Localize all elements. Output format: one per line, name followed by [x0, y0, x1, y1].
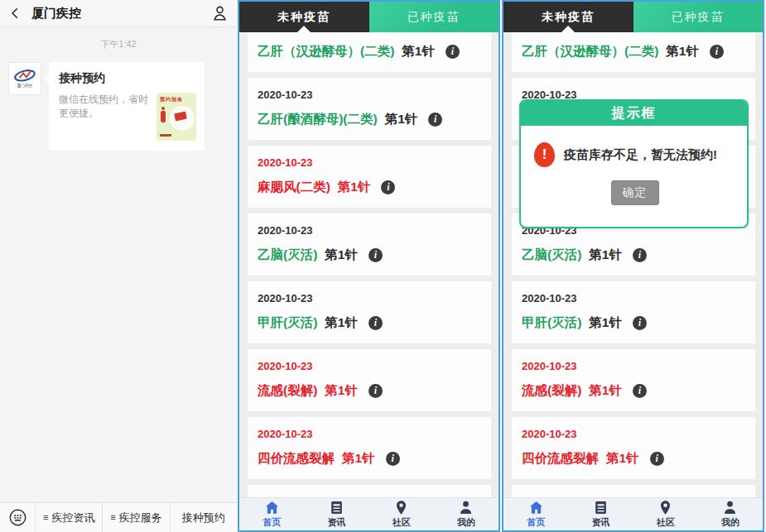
vaccine-date: 2020-10-23 [258, 427, 481, 442]
chat-title: 厦门疾控 [31, 6, 210, 22]
info-icon[interactable]: i [428, 113, 442, 127]
vaccine-dose: 第1针 [325, 382, 358, 400]
nav-item-community[interactable]: 社区 [369, 500, 434, 529]
wechat-header: 厦门疾控 [0, 0, 237, 27]
vaccine-name: 四价流感裂解 [522, 450, 599, 467]
thumb-figure [161, 111, 166, 122]
nav-label: 我的 [721, 516, 740, 529]
chevron-left-icon [8, 7, 22, 20]
info-icon[interactable]: i [633, 316, 647, 330]
vaccine-card[interactable]: 2020-10-23甲肝(灭活)第1针i [512, 281, 755, 343]
nav-label: 首页 [527, 516, 545, 529]
nav-label: 社区 [393, 516, 411, 529]
vaccine-name: 乙肝（汉逊酵母）(二类) [522, 43, 658, 60]
info-icon[interactable]: i [650, 452, 664, 466]
vaccine-card[interactable]: 2020-10-23四价流感裂解第1针i [512, 417, 755, 479]
nav-item-community[interactable]: 社区 [634, 500, 698, 529]
vaccine-dose: 第1针 [325, 314, 358, 332]
tab-vaccinated[interactable]: 已种疫苗 [369, 2, 499, 32]
info-icon[interactable]: i [381, 180, 395, 194]
nav-label: 社区 [657, 516, 675, 529]
menu-label: 接种预约 [182, 510, 225, 525]
info-icon[interactable]: i [369, 248, 383, 262]
tab-bar: 未种疫苗 已种疫苗 [239, 2, 499, 32]
nav-item-profile[interactable]: 我的 [434, 500, 499, 529]
contact-person-icon[interactable] [210, 4, 229, 22]
vaccine-list-panel: 未种疫苗 已种疫苗 乙肝（汉逊酵母）(二类)第1针i2020-10-23乙肝(酿… [238, 0, 500, 532]
cdc-logo-icon: 厦门疾控 [12, 68, 37, 89]
vaccine-name-row: 乙肝(酿酒酵母)(二类)第1针i [258, 111, 481, 128]
modal-message: 疫苗库存不足，暂无法预约! [564, 147, 717, 163]
vaccine-card[interactable]: 2020-10-23乙肝(酿酒酵母)(二类)第1针i [248, 78, 491, 140]
nav-label: 资讯 [591, 516, 609, 529]
vaccine-name: 四价流感裂解 [258, 450, 335, 467]
alert-exclamation-icon: ! [534, 142, 555, 167]
alert-modal: 提示框 ! 疫苗库存不足，暂无法预约! 确定 [519, 99, 749, 228]
menu-item-cdc-services[interactable]: ≡ 疾控服务 [102, 503, 169, 532]
card-title: 接种预约 [59, 71, 196, 86]
vaccine-name-row: 乙脑(灭活)第1针i [522, 247, 745, 264]
vaccine-name: 甲肝(灭活) [522, 314, 581, 332]
info-icon[interactable]: i [446, 45, 460, 59]
vaccine-dose: 第1针 [666, 43, 699, 60]
vaccine-date: 2020-10-23 [522, 291, 745, 306]
vaccine-card[interactable]: 2020-10-23甲肝(灭活)第1针i [248, 281, 491, 343]
vaccine-name-row: 乙肝（汉逊酵母）(二类)第1针i [258, 43, 481, 60]
composite-screenshot: 厦门疾控 下午1:42 厦门疾控 接种预约 微信在线预约，省时更便捷 [0, 0, 766, 532]
location-pin-icon [658, 500, 673, 515]
vaccine-date: 2020-10-23 [258, 223, 481, 238]
info-icon[interactable]: i [633, 248, 647, 262]
vaccine-name-row: 四价流感裂解第1针i [258, 450, 481, 467]
back-button[interactable] [8, 5, 25, 22]
vaccine-dose: 第1针 [342, 450, 375, 467]
info-icon[interactable]: i [710, 45, 724, 59]
nav-item-news[interactable]: 资讯 [304, 500, 369, 529]
vaccine-name: 流感(裂解) [522, 382, 581, 400]
keyboard-toggle-icon[interactable] [0, 503, 35, 532]
nav-item-profile[interactable]: 我的 [698, 500, 763, 529]
confirm-button[interactable]: 确定 [611, 180, 659, 205]
vaccine-card-partial [512, 485, 755, 497]
submenu-icon: ≡ [43, 513, 48, 522]
home-icon [528, 500, 544, 515]
vaccine-list: 乙肝（汉逊酵母）(二类)第1针i2020-10-23乙肝(酿酒酵母)(二类)第1… [239, 32, 499, 497]
info-icon[interactable]: i [633, 384, 647, 398]
nav-item-home[interactable]: 首页 [239, 500, 304, 529]
vaccine-name-row: 乙脑(灭活)第1针i [258, 247, 481, 264]
vaccine-card[interactable]: 2020-10-23流感(裂解)第1针i [512, 349, 755, 411]
nav-item-news[interactable]: 资讯 [568, 500, 633, 529]
vaccine-dose: 第1针 [338, 179, 371, 196]
vaccine-dose: 第1针 [589, 314, 622, 332]
card-subtitle: 微信在线预约，省时更便捷。 [59, 93, 152, 141]
vaccine-card[interactable]: 2020-10-23四价流感裂解第1针i [248, 417, 491, 479]
vaccine-card[interactable]: 乙肝（汉逊酵母）(二类)第1针i [512, 32, 755, 72]
menu-item-cdc-news[interactable]: ≡ 疾控资讯 [35, 503, 102, 532]
vaccine-name-row: 乙肝（汉逊酵母）(二类)第1针i [522, 43, 745, 60]
vaccine-dose: 第1针 [606, 450, 639, 467]
vaccine-name: 乙脑(灭活) [522, 247, 581, 264]
menu-item-vaccination-appointment[interactable]: 接种预约 [170, 503, 237, 532]
message-row: 厦门疾控 接种预约 微信在线预约，省时更便捷。 预约指南 [8, 62, 229, 151]
vaccine-card[interactable]: 2020-10-23麻腮风(二类)第1针i [248, 146, 491, 208]
info-icon[interactable]: i [369, 384, 383, 398]
menu-label: 疾控资讯 [51, 510, 94, 525]
nav-item-home[interactable]: 首页 [503, 500, 568, 529]
info-icon[interactable]: i [369, 316, 383, 330]
bottom-nav: 首页资讯社区我的 [503, 497, 763, 530]
vaccine-date: 2020-10-23 [258, 359, 481, 374]
location-pin-icon [393, 500, 409, 515]
vaccine-date: 2020-10-23 [522, 427, 745, 442]
tab-vaccinated[interactable]: 已种疫苗 [634, 2, 764, 32]
person-icon [722, 500, 738, 515]
cdc-avatar[interactable]: 厦门疾控 [8, 62, 41, 95]
vaccine-card[interactable]: 2020-10-23乙脑(灭活)第1针i [248, 213, 491, 276]
info-icon[interactable]: i [386, 452, 400, 466]
appointment-link-card[interactable]: 接种预约 微信在线预约，省时更便捷。 预约指南 [49, 62, 205, 151]
nav-label: 资讯 [327, 516, 345, 529]
vaccine-name-row: 四价流感裂解第1针i [522, 450, 745, 467]
home-icon [264, 500, 280, 515]
vaccine-card[interactable]: 2020-10-23流感(裂解)第1针i [248, 349, 491, 411]
vaccine-card[interactable]: 乙肝（汉逊酵母）(二类)第1针i [248, 32, 491, 72]
vaccine-card-partial [248, 485, 491, 497]
vaccine-name: 乙脑(灭活) [258, 247, 317, 264]
